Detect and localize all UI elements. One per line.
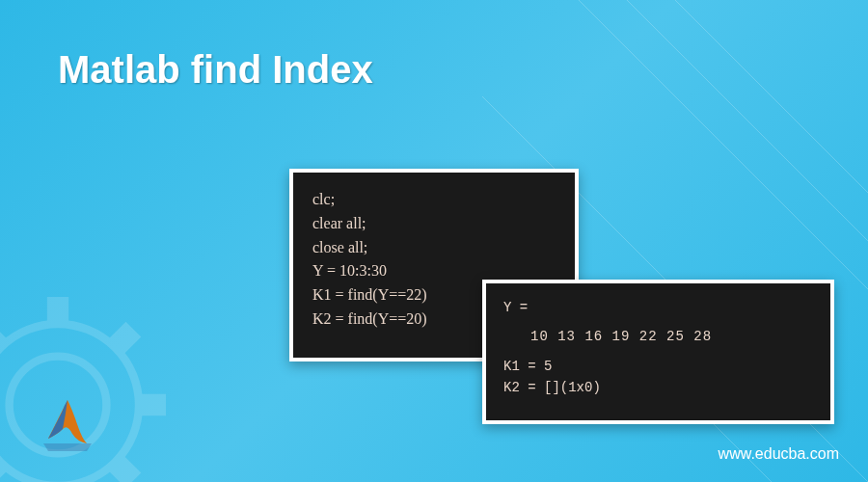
background-gear-decoration	[0, 270, 193, 482]
output-line: K1 = 5	[503, 356, 813, 377]
output-line: Y =	[503, 297, 813, 318]
svg-line-2	[579, 0, 868, 289]
code-line: close all;	[312, 236, 556, 260]
website-url: www.educba.com	[719, 445, 839, 463]
code-line: clc;	[312, 188, 556, 212]
matlab-logo-icon	[39, 395, 96, 453]
output-values: 10 13 16 19 22 25 28	[503, 326, 813, 347]
code-output-block: Y = 10 13 16 19 22 25 28 K1 = 5 K2 = [](…	[482, 280, 834, 424]
svg-line-3	[627, 0, 868, 241]
page-title: Matlab find Index	[58, 48, 373, 92]
output-line: K2 = [](1x0)	[503, 377, 813, 398]
code-line: clear all;	[312, 212, 556, 236]
svg-line-4	[675, 0, 868, 193]
